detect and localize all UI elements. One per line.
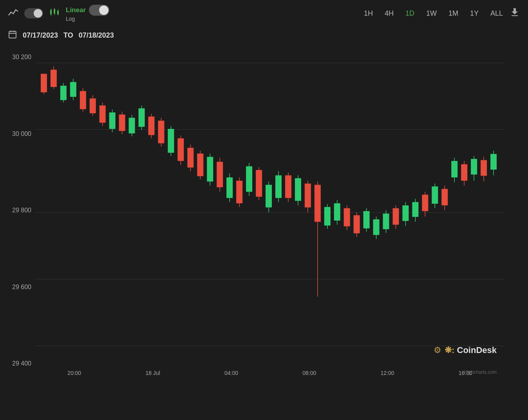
svg-rect-5 <box>54 14 55 15</box>
svg-rect-33 <box>129 118 135 134</box>
svg-rect-4 <box>54 8 55 9</box>
candlestick-icon[interactable] <box>49 7 60 19</box>
svg-rect-19 <box>60 86 67 100</box>
svg-rect-37 <box>148 116 155 135</box>
chart-container: Linear Log 1H 4H 1D 1W 1M 1Y ALL <box>0 0 528 420</box>
svg-rect-21 <box>70 82 76 97</box>
svg-rect-103 <box>471 159 477 175</box>
svg-rect-55 <box>236 181 242 203</box>
svg-rect-99 <box>451 161 457 177</box>
x-label-2000: 20:00 <box>67 370 81 376</box>
linear-label: Linear <box>66 6 86 14</box>
svg-rect-45 <box>187 148 193 167</box>
svg-rect-6 <box>57 11 59 14</box>
svg-rect-75 <box>334 203 340 221</box>
x-label-18jul: 18 Jul <box>145 370 160 376</box>
date-to-label: TO <box>63 31 73 40</box>
svg-rect-53 <box>226 177 233 198</box>
svg-rect-105 <box>481 160 487 176</box>
x-axis: 20:00 18 Jul 04:00 08:00 12:00 16:00 <box>35 367 504 379</box>
svg-rect-17 <box>51 70 57 87</box>
y-label-29600: 29 600 <box>4 284 31 291</box>
svg-rect-95 <box>432 186 438 204</box>
date-range-bar: 07/17/2023 TO 07/18/2023 <box>0 27 528 46</box>
svg-rect-49 <box>207 157 213 181</box>
download-button[interactable] <box>509 7 520 20</box>
svg-rect-81 <box>363 211 370 228</box>
svg-rect-97 <box>441 189 448 205</box>
x-label-1200: 12:00 <box>381 370 394 376</box>
svg-rect-43 <box>177 138 184 161</box>
linear-log-toggle[interactable]: Linear Log <box>66 5 109 22</box>
log-label: Log <box>66 16 75 22</box>
toggle-knob <box>34 9 42 18</box>
svg-rect-47 <box>197 154 203 176</box>
calendar-icon[interactable] <box>8 30 17 41</box>
y-label-30000: 30 000 <box>4 130 31 138</box>
y-axis: 30 200 30 000 29 800 29 600 29 400 <box>0 46 35 379</box>
svg-rect-57 <box>246 166 252 192</box>
svg-rect-89 <box>402 205 409 221</box>
svg-rect-93 <box>422 195 428 211</box>
svg-rect-41 <box>168 129 174 153</box>
y-label-29400: 29 400 <box>4 360 31 367</box>
x-label-0400: 04:00 <box>224 370 238 376</box>
svg-rect-63 <box>275 176 282 198</box>
date-to[interactable]: 07/18/2023 <box>79 31 114 40</box>
svg-rect-51 <box>217 162 223 187</box>
svg-rect-71 <box>315 185 321 222</box>
svg-rect-25 <box>90 98 96 113</box>
svg-rect-67 <box>295 178 301 201</box>
chart-area: 30 200 30 000 29 800 29 600 29 400 <box>0 46 528 379</box>
svg-rect-73 <box>324 207 331 225</box>
time-btn-1w[interactable]: 1W <box>426 9 437 18</box>
svg-rect-2 <box>51 14 51 16</box>
line-chart-icon[interactable] <box>8 7 19 19</box>
candles-area <box>35 46 504 379</box>
time-btn-4h[interactable]: 4H <box>385 9 394 18</box>
y-label-29800: 29 800 <box>4 207 31 214</box>
toolbar-left <box>8 7 60 19</box>
coindesk-brand-symbol: ❋: <box>445 345 454 355</box>
svg-rect-15 <box>41 74 47 92</box>
svg-rect-61 <box>266 185 272 208</box>
svg-rect-1 <box>51 8 51 10</box>
time-btn-1m[interactable]: 1M <box>448 9 458 18</box>
svg-rect-79 <box>354 215 360 233</box>
svg-rect-29 <box>109 112 116 129</box>
toolbar: Linear Log 1H 4H 1D 1W 1M 1Y ALL <box>0 0 528 27</box>
coindesk-text: ❋: CoinDesk <box>445 345 497 355</box>
svg-rect-69 <box>305 184 311 208</box>
highcharts-attribution: Highcharts.com <box>464 369 497 375</box>
svg-rect-39 <box>158 121 164 143</box>
svg-rect-83 <box>373 219 380 235</box>
x-label-0800: 08:00 <box>302 370 316 376</box>
svg-rect-31 <box>119 114 125 131</box>
time-btn-1d[interactable]: 1D <box>405 9 414 18</box>
coindesk-logo: ⚙ ❋: CoinDesk <box>434 345 497 355</box>
svg-rect-85 <box>383 214 389 229</box>
svg-rect-8 <box>58 14 58 16</box>
time-btn-1y[interactable]: 1Y <box>470 9 479 18</box>
linear-knob <box>99 5 108 15</box>
chart-toggle[interactable] <box>24 8 43 18</box>
svg-rect-87 <box>392 208 399 225</box>
svg-rect-7 <box>58 9 58 11</box>
date-from[interactable]: 07/17/2023 <box>23 31 58 40</box>
svg-rect-23 <box>80 91 86 109</box>
svg-rect-107 <box>490 154 497 170</box>
y-label-30200: 30 200 <box>4 54 31 61</box>
time-period-buttons: 1H 4H 1D 1W 1M 1Y ALL <box>364 9 503 18</box>
time-btn-1h[interactable]: 1H <box>364 9 373 18</box>
svg-rect-3 <box>54 9 55 14</box>
time-btn-all[interactable]: ALL <box>490 9 503 18</box>
coindesk-icon: ⚙ <box>434 345 441 355</box>
svg-rect-0 <box>50 10 52 14</box>
svg-rect-35 <box>139 109 145 127</box>
candlestick-chart <box>35 46 504 379</box>
svg-rect-10 <box>9 31 16 38</box>
linear-toggle-switch[interactable] <box>89 5 109 16</box>
svg-rect-101 <box>461 164 467 181</box>
svg-rect-9 <box>512 15 518 16</box>
svg-rect-27 <box>99 105 106 123</box>
